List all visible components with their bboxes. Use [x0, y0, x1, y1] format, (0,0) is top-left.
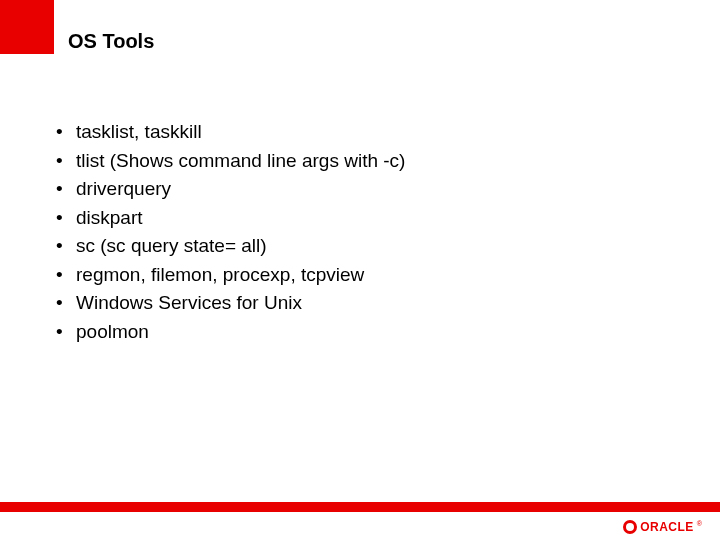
list-item: regmon, filemon, procexp, tcpview [56, 261, 680, 290]
logo-text: ORACLE [640, 520, 694, 534]
list-item: Windows Services for Unix [56, 289, 680, 318]
list-item: tlist (Shows command line args with -c) [56, 147, 680, 176]
list-item: tasklist, taskkill [56, 118, 680, 147]
slide-title: OS Tools [68, 30, 154, 53]
list-item: poolmon [56, 318, 680, 347]
oracle-logo: ORACLE ® [623, 520, 702, 534]
list-item: sc (sc query state= all) [56, 232, 680, 261]
accent-block [0, 0, 54, 54]
bullet-list: tasklist, taskkill tlist (Shows command … [56, 118, 680, 346]
content-area: tasklist, taskkill tlist (Shows command … [56, 118, 680, 346]
footer-bar [0, 502, 720, 512]
list-item: driverquery [56, 175, 680, 204]
list-item: diskpart [56, 204, 680, 233]
slide: OS Tools tasklist, taskkill tlist (Shows… [0, 0, 720, 540]
oracle-o-icon [623, 520, 637, 534]
registered-mark: ® [697, 520, 702, 527]
